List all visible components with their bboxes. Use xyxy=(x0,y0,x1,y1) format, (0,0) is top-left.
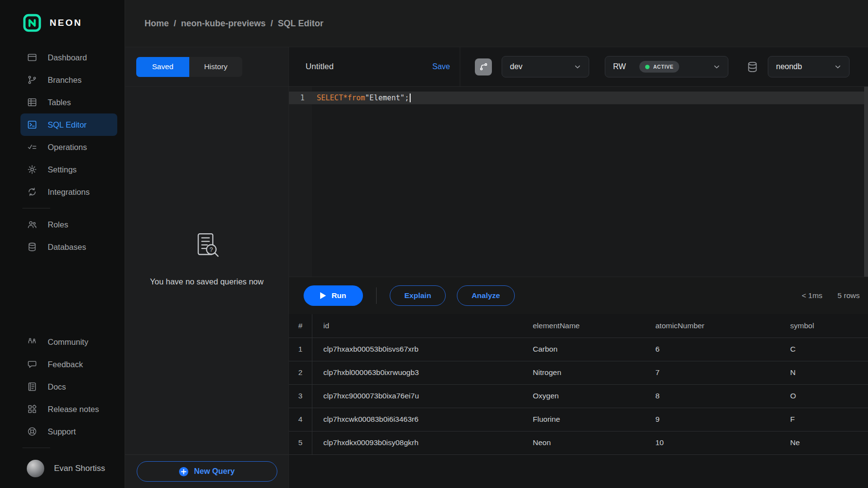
sidebar-item-label: Roles xyxy=(48,220,68,229)
cell-elementName: Carbon xyxy=(522,338,644,361)
results-section: # id elementName atomicNumber symbol 1 c… xyxy=(289,314,868,488)
operations-icon xyxy=(27,142,37,152)
sidebar-item-settings[interactable]: Settings xyxy=(20,158,117,181)
branch-select-value: dev xyxy=(510,62,523,71)
empty-queries-icon: ? xyxy=(191,230,223,263)
empty-state: ? You have no saved queries now xyxy=(125,87,289,454)
cell-id: clp7hxcwk00083b0i6i3463r6 xyxy=(312,408,522,431)
breadcrumb-project[interactable]: neon-kube-previews xyxy=(181,19,266,29)
cell-atomicNumber: 10 xyxy=(644,431,779,454)
branch-select[interactable]: dev xyxy=(502,56,589,77)
query-actions-bar: Run Explain Analyze < 1ms 5 rows xyxy=(289,277,868,314)
cell-id: clp7hxc9000073b0ixa76ei7u xyxy=(312,384,522,408)
sidebar-item-docs[interactable]: Docs xyxy=(20,375,117,398)
cell-atomicNumber: 9 xyxy=(644,408,779,431)
status-badge: ACTIVE xyxy=(639,61,679,73)
breadcrumb: Home / neon-kube-previews / SQL Editor xyxy=(145,19,324,29)
tab-saved[interactable]: Saved xyxy=(136,57,189,77)
cell-row-index: 1 xyxy=(289,338,312,361)
community-icon xyxy=(27,337,37,347)
sidebar-item-label: Databases xyxy=(48,243,86,252)
topbar: Home / neon-kube-previews / SQL Editor xyxy=(125,0,868,47)
cell-id: clp7hxaxb00053b0isvs67xrb xyxy=(312,338,522,361)
sidebar-item-integrations[interactable]: Integrations xyxy=(20,181,117,203)
compute-select-value: RW xyxy=(613,62,626,71)
sidebar-item-release-notes[interactable]: Release notes xyxy=(20,398,117,420)
cell-elementName: Neon xyxy=(522,431,644,454)
code-token-star: * xyxy=(343,94,347,102)
content: ? You have no saved queries now New Quer… xyxy=(125,87,868,488)
sidebar-item-tables[interactable]: Tables xyxy=(20,91,117,113)
support-icon xyxy=(27,426,37,437)
save-button[interactable]: Save xyxy=(433,62,450,71)
svg-text:?: ? xyxy=(210,246,213,253)
tab-history[interactable]: History xyxy=(189,57,242,77)
query-duration: < 1ms xyxy=(802,291,823,300)
editor-gutter xyxy=(289,87,312,277)
chevron-down-icon xyxy=(712,62,722,72)
databases-icon xyxy=(27,242,37,252)
user-name: Evan Shortiss xyxy=(54,464,105,473)
status-dot xyxy=(645,65,650,69)
breadcrumb-separator: / xyxy=(271,19,273,29)
column-header-atomicNumber: atomicNumber xyxy=(644,314,779,338)
code-token-keyword: SELECT xyxy=(317,94,343,102)
database-select-value: neondb xyxy=(776,62,802,71)
breadcrumb-home[interactable]: Home xyxy=(145,19,169,29)
sidebar-divider xyxy=(22,208,50,208)
new-query-button[interactable]: New Query xyxy=(137,461,277,482)
editor-scrollbar[interactable] xyxy=(864,87,868,277)
editor-active-line[interactable]: 1 SELECT * from "Element"; xyxy=(289,92,868,104)
play-icon xyxy=(320,292,326,299)
actions-divider xyxy=(376,287,377,304)
table-row: 3 clp7hxc9000073b0ixa76ei7u Oxygen 8 O xyxy=(289,384,868,408)
code-line: SELECT * from "Element"; xyxy=(312,94,411,102)
sidebar-item-label: Feedback xyxy=(48,360,83,369)
sidebar-item-community[interactable]: Community xyxy=(20,331,117,353)
user-menu[interactable]: Evan Shortiss xyxy=(20,460,117,477)
sidebar-item-sql-editor[interactable]: SQL Editor xyxy=(20,113,117,136)
branch-icon-button[interactable] xyxy=(475,58,492,75)
chevron-down-icon xyxy=(573,62,582,72)
sidebar-nav: Dashboard Branches Tables SQL Editor Ope… xyxy=(0,46,125,258)
saved-queries-tabs: Saved History xyxy=(125,47,289,86)
run-button[interactable]: Run xyxy=(304,285,363,306)
code-token-keyword: from xyxy=(347,94,365,102)
sidebar-divider xyxy=(22,448,50,448)
sidebar: NEON Dashboard Branches Tables SQL Edito… xyxy=(0,0,125,488)
sidebar-item-dashboard[interactable]: Dashboard xyxy=(20,46,117,69)
sql-editor-input[interactable]: 1 SELECT * from "Element"; xyxy=(289,87,868,277)
new-query-label: New Query xyxy=(194,467,235,476)
cell-row-index: 2 xyxy=(289,361,312,384)
sidebar-item-support[interactable]: Support xyxy=(20,420,117,443)
explain-button[interactable]: Explain xyxy=(390,285,446,306)
sidebar-item-label: Operations xyxy=(48,143,87,152)
query-title[interactable]: Untitled xyxy=(306,62,334,72)
cell-symbol: Ne xyxy=(779,431,868,454)
sidebar-item-roles[interactable]: Roles xyxy=(20,213,117,236)
cell-atomicNumber: 6 xyxy=(644,338,779,361)
branch-icon xyxy=(479,62,488,72)
sidebar-item-operations[interactable]: Operations xyxy=(20,136,117,158)
sidebar-item-label: Docs xyxy=(48,382,66,392)
neon-logo-icon xyxy=(23,14,41,32)
main: Home / neon-kube-previews / SQL Editor S… xyxy=(125,0,868,488)
sidebar-item-databases[interactable]: Databases xyxy=(20,236,117,258)
neon-logo[interactable]: NEON xyxy=(0,0,125,32)
dashboard-icon xyxy=(27,52,37,63)
sidebar-item-branches[interactable]: Branches xyxy=(20,69,117,91)
database-select[interactable]: neondb xyxy=(768,56,850,77)
query-row-count: 5 rows xyxy=(837,291,860,300)
status-badge-label: ACTIVE xyxy=(653,64,673,70)
cell-symbol: C xyxy=(779,338,868,361)
cell-id: clp7hxdkx00093b0isy08gkrh xyxy=(312,431,522,454)
sidebar-item-label: Release notes xyxy=(48,405,99,414)
sidebar-item-feedback[interactable]: Feedback xyxy=(20,353,117,375)
code-token-semicolon: ; xyxy=(405,94,409,102)
column-header-symbol: symbol xyxy=(779,314,868,338)
column-header-id: id xyxy=(312,314,522,338)
compute-select[interactable]: RW ACTIVE xyxy=(605,56,728,77)
sidebar-item-label: Community xyxy=(48,338,88,347)
analyze-button[interactable]: Analyze xyxy=(457,285,515,306)
cell-elementName: Oxygen xyxy=(522,384,644,408)
